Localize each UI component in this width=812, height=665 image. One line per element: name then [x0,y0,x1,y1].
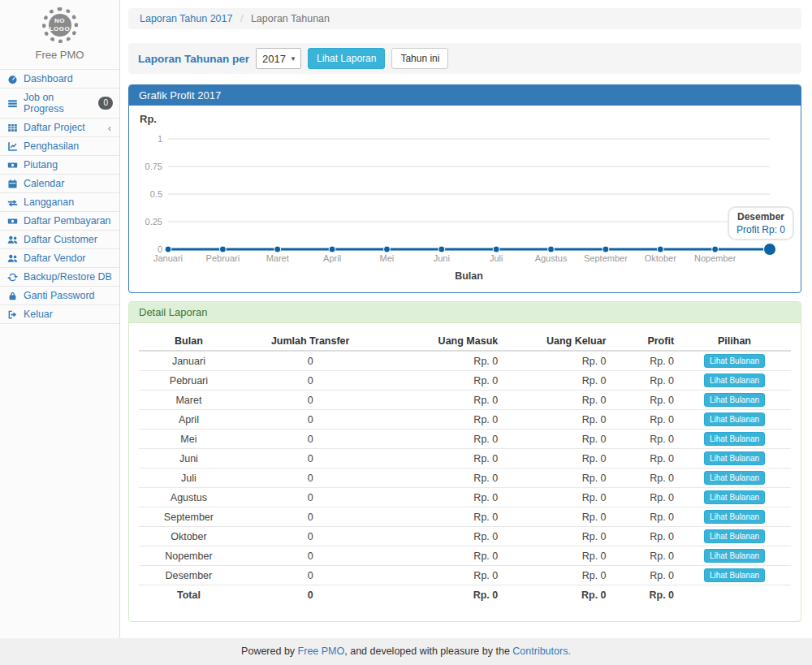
svg-text:Mei: Mei [380,253,395,263]
sidebar-item-calendar[interactable]: Calendar [0,175,119,192]
profit-line-chart[interactable]: 00.250.50.751JanuariPebruariMaretAprilMe… [139,110,791,286]
sidebar-item-daftar-project[interactable]: Daftar Project‹ [0,119,119,136]
table-row: Oktober0Rp. 0Rp. 0Rp. 0Lihat Bulanan [139,527,791,546]
sidebar-item-label: Piutang [24,159,58,171]
svg-text:0.5: 0.5 [150,189,162,199]
cell-keluar: Rp. 0 [502,351,610,371]
footer-link-contributors[interactable]: Contributors. [512,646,571,657]
cell-masuk: Rp. 0 [382,430,503,449]
svg-text:0.75: 0.75 [145,162,162,171]
breadcrumb-current: Laporan Tahunan [251,13,330,24]
cell-profit: Rp. 0 [611,391,679,410]
sidebar-item-penghasilan[interactable]: Penghasilan [0,137,119,155]
users-icon [7,235,19,245]
footer-text-prefix: Powered by [241,646,297,657]
table-row: April0Rp. 0Rp. 0Rp. 0Lihat Bulanan [139,410,791,430]
table-row: Agustus0Rp. 0Rp. 0Rp. 0Lihat Bulanan [139,488,791,507]
table-header-row: BulanJumlah TransferUang MasukUang Kelua… [139,331,791,351]
sidebar-item-label: Daftar Pembayaran [24,215,110,227]
sidebar-item-daftar-vendor[interactable]: Daftar Vendor [0,249,119,267]
svg-text:April: April [323,253,341,263]
lihat-bulanan-button[interactable]: Lihat Bulanan [704,374,765,387]
sidebar-item-daftar-pembayaran[interactable]: Daftar Pembayaran [0,212,119,230]
no-logo-badge: NO LOGO [42,7,78,43]
svg-text:September: September [584,253,628,263]
sidebar-item-daftar-customer[interactable]: Daftar Customer [0,231,119,248]
logo-text: NO LOGO [50,17,71,33]
sidebar-item-ganti-password[interactable]: Ganti Password [0,287,119,304]
svg-text:Maret: Maret [266,253,289,263]
cell-action: Lihat Bulanan [678,469,791,488]
lihat-bulanan-button[interactable]: Lihat Bulanan [704,510,765,524]
sidebar-row-penghasilan: Penghasilan [0,136,119,155]
lihat-bulanan-button[interactable]: Lihat Bulanan [704,490,765,504]
svg-text:Oktober: Oktober [645,253,676,263]
calendar-icon [7,179,19,189]
sidebar-item-keluar[interactable]: Keluar [0,305,119,323]
sidebar-item-label: Backup/Restore DB [24,271,112,283]
year-select[interactable]: 2017 ▼ [256,48,301,69]
lihat-bulanan-button[interactable]: Lihat Bulanan [704,568,765,582]
sidebar-item-langganan[interactable]: Langganan [0,193,119,211]
sidebar-row-ganti-password: Ganti Password [0,286,119,304]
lihat-bulanan-button[interactable]: Lihat Bulanan [704,432,765,446]
tahun-ini-button[interactable]: Tahun ini [391,48,448,69]
cell-bulan: Total [139,585,239,605]
sidebar-row-langganan: Langganan [0,192,119,211]
breadcrumb-link[interactable]: Laporan Tahun 2017 [140,13,232,24]
lihat-laporan-button[interactable]: Lihat Laporan [308,48,385,69]
cell-bulan: Mei [139,430,239,449]
sidebar-item-piutang[interactable]: Piutang [0,156,119,174]
cell-masuk: Rp. 0 [382,351,503,371]
toolbar-label: Laporan Tahunan per [138,53,249,65]
count-badge: 0 [98,97,113,110]
cell-keluar: Rp. 0 [502,585,610,605]
cell-keluar: Rp. 0 [502,391,610,410]
lihat-bulanan-button[interactable]: Lihat Bulanan [704,393,765,407]
svg-text:0.25: 0.25 [145,217,162,227]
data-point [657,246,663,253]
svg-text:Januari: Januari [153,253,183,263]
data-point [383,246,390,253]
svg-text:Juni: Juni [434,253,450,263]
report-table: BulanJumlah TransferUang MasukUang Kelua… [139,331,791,605]
refresh-icon [7,272,19,283]
sidebar-item-label: Daftar Customer [24,234,97,245]
lihat-bulanan-button[interactable]: Lihat Bulanan [704,354,765,368]
cell-action: Lihat Bulanan [678,410,791,430]
sidebar-row-dashboard: Dashboard [0,69,119,88]
lihat-bulanan-button[interactable]: Lihat Bulanan [704,549,765,563]
lihat-bulanan-button[interactable]: Lihat Bulanan [704,451,765,465]
sidebar-item-dashboard[interactable]: Dashboard [0,70,119,88]
breadcrumb: Laporan Tahun 2017 / Laporan Tahunan [128,8,801,29]
sidebar-item-job-on-progress[interactable]: Job on Progress0 [0,89,119,118]
cell-action: Lihat Bulanan [678,546,791,566]
sign-out-icon [7,309,19,320]
lihat-bulanan-button[interactable]: Lihat Bulanan [704,529,765,543]
data-point [712,246,719,253]
cell-keluar: Rp. 0 [502,430,610,449]
breadcrumb-separator: / [240,13,243,24]
cell-profit: Rp. 0 [611,469,679,488]
sidebar: NO LOGO Free PMO DashboardJob on Progres… [0,0,120,638]
cell-profit: Rp. 0 [611,430,679,449]
table-row: Januari0Rp. 0Rp. 0Rp. 0Lihat Bulanan [139,351,791,371]
cell-jumlah: 0 [239,351,382,371]
sidebar-row-job-on-progress: Job on Progress0 [0,88,119,118]
cell-jumlah: 0 [239,527,382,546]
cell-masuk: Rp. 0 [382,507,503,527]
cell-profit: Rp. 0 [611,449,679,469]
footer-link-free-pmo[interactable]: Free PMO [298,646,345,657]
cell-bulan: Maret [139,391,239,410]
sidebar-row-daftar-project: Daftar Project‹ [0,118,119,136]
lihat-bulanan-button[interactable]: Lihat Bulanan [704,471,765,485]
sidebar-item-backup-restore-db[interactable]: Backup/Restore DB [0,268,119,286]
cell-bulan: Pebruari [139,371,239,391]
column-header: Pilihan [678,331,791,351]
data-point [274,246,281,253]
cell-masuk: Rp. 0 [382,391,503,410]
cell-keluar: Rp. 0 [502,527,610,546]
svg-text:0: 0 [158,244,162,254]
lihat-bulanan-button[interactable]: Lihat Bulanan [704,412,765,426]
cell-bulan: Juli [139,469,239,488]
